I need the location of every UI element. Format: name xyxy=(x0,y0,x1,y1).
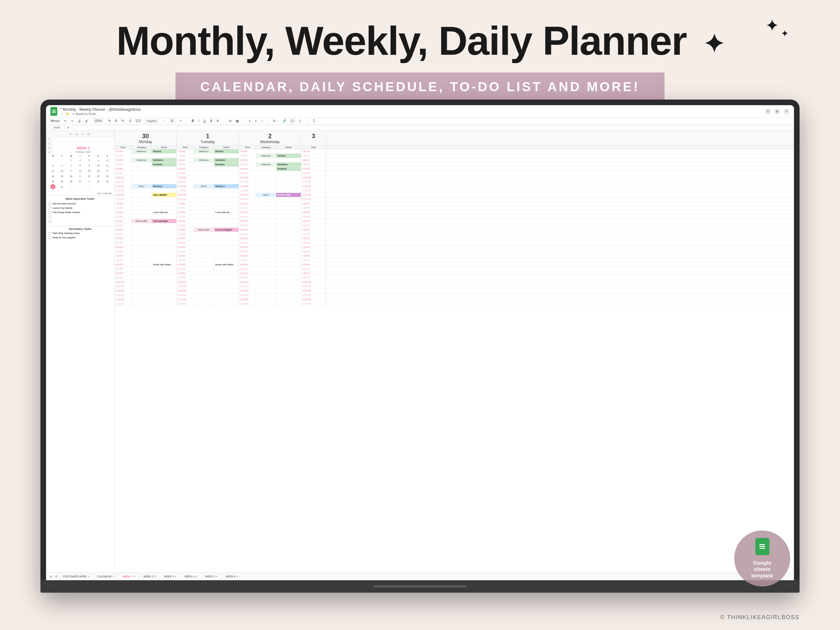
grid-icon[interactable]: ⊞ xyxy=(774,108,780,114)
event-header: Event xyxy=(152,145,177,149)
secondary-checkbox-2[interactable] xyxy=(49,237,51,239)
redo-icon[interactable]: ↪ xyxy=(71,119,73,123)
tuesday-number: 1 xyxy=(178,133,237,140)
underline-btn[interactable]: U xyxy=(204,119,206,123)
task-checkbox-5[interactable] xyxy=(49,220,51,223)
time-cell: 8:00 AM xyxy=(177,158,194,162)
print-icon[interactable]: 🖨 xyxy=(78,119,81,123)
paint-icon[interactable]: 🖌 xyxy=(85,119,88,123)
event-cell xyxy=(152,241,177,245)
cal-week-label-3: W2 xyxy=(68,168,73,173)
day3-time-cell: 10:00 AM xyxy=(301,176,311,179)
event-cell xyxy=(214,202,238,206)
bold-btn[interactable]: B xyxy=(192,119,194,123)
event-cell xyxy=(276,271,301,275)
more-btn[interactable]: ⋮ xyxy=(306,119,309,123)
task-checkbox-3[interactable] xyxy=(49,211,51,214)
task-checkbox-4[interactable] xyxy=(49,216,51,218)
tab-calendar[interactable]: CALENDAR ▾ xyxy=(93,574,118,579)
badge-text: Googlesheetstemplate xyxy=(752,560,773,579)
tab-week6[interactable]: WEEK 6 ▾ xyxy=(222,574,242,579)
tab-customize-here[interactable]: CUSTOMIZE HERE ▾ xyxy=(59,574,93,579)
time-cell: 11:30 PM xyxy=(114,293,132,297)
event-cell xyxy=(276,262,301,267)
tab-week1[interactable]: WEEK 1 ▾ xyxy=(118,574,139,579)
text-wrap-btn[interactable]: ↕ xyxy=(261,119,263,123)
cal-day-21: 21 xyxy=(87,174,92,178)
secondary-checkbox-1[interactable] xyxy=(49,232,51,235)
cal-day-13: 13 xyxy=(59,168,65,173)
cell-reference[interactable]: AV30 xyxy=(49,125,65,130)
font-selector[interactable]: Poppins xyxy=(145,119,158,123)
laptop-container: * Monthly - Weekly Planner - @thinklikea… xyxy=(41,99,799,593)
day3-col-header: 3 xyxy=(301,131,326,145)
task-item-4 xyxy=(49,215,112,218)
day3-time-cell: 4:00 PM xyxy=(301,228,311,231)
time-cell: 11:30 PM xyxy=(177,293,194,297)
time-cell: 5:30 PM xyxy=(239,241,256,245)
cal-day-19: 19 xyxy=(59,174,65,178)
font-decrease-icon[interactable]: − xyxy=(163,119,164,123)
font-increase-icon[interactable]: + xyxy=(180,119,182,123)
time-cell: 5:00 PM xyxy=(114,237,132,240)
sum-btn[interactable]: Σ xyxy=(313,119,315,123)
link-btn[interactable]: 🔗 xyxy=(283,119,286,123)
event-cell xyxy=(214,245,238,249)
undo-icon[interactable]: ↩ xyxy=(64,119,66,123)
zoom-level[interactable]: 100% xyxy=(93,118,104,123)
tab-week2[interactable]: WEEK 2 ▾ xyxy=(140,574,159,579)
time-cell: 11:30 AM xyxy=(114,188,132,193)
sheets-title-area: * Monthly - Weekly Planner - @thinklikea… xyxy=(60,107,762,116)
schedule-row: 1:30 PM1:30 PM1:30 PM1:30 PM xyxy=(114,206,794,210)
cal-day-7: 7 xyxy=(68,163,73,168)
history-icon[interactable]: ⏱ xyxy=(765,108,771,114)
cal-day-10: 10 xyxy=(96,163,101,168)
time-cell: 4:00 PM xyxy=(114,228,132,232)
time-cell: 7:00 AM xyxy=(177,149,194,153)
tuesday-sub-headers: Time Category Event xyxy=(177,145,239,149)
comment-btn[interactable]: 💬 xyxy=(291,119,294,123)
tab-week3[interactable]: WEEK 3 ▾ xyxy=(160,574,180,579)
text-dir-btn[interactable]: A↔ xyxy=(273,119,278,123)
cal-day-22: 22 xyxy=(96,174,101,178)
schedule-row: 5:30 PM5:30 PM5:30 PM5:30 PM xyxy=(114,241,794,245)
formula-input[interactable] xyxy=(72,125,791,130)
strikethrough-btn[interactable]: S xyxy=(210,119,213,123)
event-cell xyxy=(276,237,301,240)
align-center-btn[interactable]: ≡ xyxy=(255,119,257,123)
time-cell: 10:00 PM xyxy=(177,280,194,284)
align-left-btn[interactable]: ≡ xyxy=(249,119,251,123)
star-icon[interactable]: ☆ xyxy=(60,112,63,115)
italic-btn[interactable]: I xyxy=(199,119,199,123)
cal-day-29: 29 xyxy=(105,179,110,184)
share-icon[interactable]: ↗ xyxy=(783,108,789,114)
sheets-file-title: * Monthly - Weekly Planner - @thinklikea… xyxy=(60,107,762,112)
event-cell xyxy=(276,210,301,214)
go-to-calendar-link[interactable]: Go to Calendar xyxy=(46,192,114,195)
day3-time-cell: 10:00 PM xyxy=(301,281,312,283)
cal-day-6: 6 xyxy=(51,163,55,168)
add-sheet-button[interactable]: + xyxy=(49,574,54,579)
sheet-menu-button[interactable]: ≡ xyxy=(54,574,58,579)
event-cell xyxy=(276,249,301,254)
cal-week-label-1 xyxy=(51,158,55,163)
cal-day-1: 1 xyxy=(68,158,73,163)
tasks-title: Most Important Tasks xyxy=(49,197,112,201)
merge-btn[interactable]: ⊟ xyxy=(229,119,232,123)
event-cell xyxy=(152,284,177,288)
task-checkbox-1[interactable] xyxy=(49,202,51,205)
font-size-display[interactable]: 10 xyxy=(169,118,175,123)
day3-time-cell: 3:30 PM xyxy=(301,224,311,227)
task-checkbox-2[interactable] xyxy=(49,207,51,210)
border-btn[interactable]: ▦ xyxy=(236,119,238,123)
font-color-btn[interactable]: A xyxy=(216,119,219,123)
menu-menus[interactable]: Menus xyxy=(51,119,60,123)
event-cell xyxy=(276,302,301,306)
time-cell: 2:30 PM xyxy=(177,215,194,219)
time-cell: 11:00 AM xyxy=(114,184,132,188)
cal-day-16: 16 xyxy=(96,168,101,173)
wednesday-name: Wednesday xyxy=(240,140,300,144)
tab-week4[interactable]: WEEK 4 ▾ xyxy=(181,574,201,579)
filter-btn[interactable]: ▽ xyxy=(298,119,301,123)
tab-week5[interactable]: WEEK 5 ▾ xyxy=(201,574,221,579)
